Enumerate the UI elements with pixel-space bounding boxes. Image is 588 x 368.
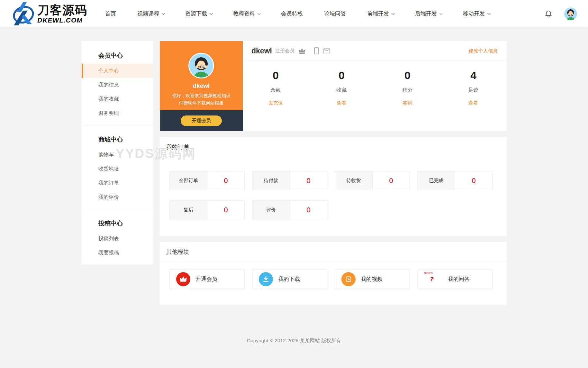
modules-grid: 开通会员 我的下载 bbox=[160, 262, 506, 305]
notification-bell-icon[interactable] bbox=[544, 10, 553, 18]
video-play-icon bbox=[341, 272, 356, 286]
site-logo[interactable]: 刀客源码 DKEWL.COM bbox=[11, 2, 87, 25]
modules-title: 其他模块 bbox=[160, 242, 506, 262]
nav-item-video-courses[interactable]: 视频课程 bbox=[127, 0, 175, 27]
chevron-down-icon bbox=[392, 12, 395, 15]
sidebar-section-member: 会员中心 个人中心 我的信息 我的收藏 财务明细 bbox=[82, 41, 153, 125]
recharge-link[interactable]: 去充值 bbox=[243, 100, 309, 106]
stat-points: 0 积分 签到 bbox=[375, 69, 440, 131]
order-item-all[interactable]: 全部订单 0 bbox=[169, 171, 245, 190]
stat-points-label: 积分 bbox=[375, 87, 440, 94]
stat-footprints-label: 足迹 bbox=[440, 87, 506, 94]
module-open-membership[interactable]: 开通会员 bbox=[169, 269, 245, 289]
order-item-review[interactable]: 评价 0 bbox=[252, 200, 327, 219]
stat-favorites-label: 收藏 bbox=[309, 87, 375, 94]
sidebar-item-my-reviews[interactable]: 我的评价 bbox=[82, 190, 153, 204]
phone-bind-icon[interactable] bbox=[314, 47, 319, 54]
nav-item-tutorials[interactable]: 教程资料 bbox=[222, 0, 270, 27]
sign-in-link[interactable]: 签到 bbox=[375, 100, 440, 106]
order-item-after-sale[interactable]: 售后 0 bbox=[169, 200, 245, 219]
profile-header: dkewl 注册会员 修改个人信息 bbox=[243, 41, 506, 61]
profile-username: dkewl bbox=[251, 47, 272, 55]
sidebar-item-cart[interactable]: 购物车 bbox=[82, 148, 153, 162]
chevron-down-icon bbox=[439, 12, 443, 15]
sidebar-item-personal-center[interactable]: 个人中心 bbox=[82, 64, 153, 78]
edit-profile-link[interactable]: 修改个人信息 bbox=[469, 48, 498, 54]
nav-item-backend-dev[interactable]: 后端开发 bbox=[404, 0, 452, 27]
sidebar-item-my-favorites[interactable]: 我的收藏 bbox=[82, 92, 153, 106]
module-my-videos[interactable]: 我的视频 bbox=[335, 269, 410, 289]
other-modules-panel: 其他模块 开通会员 我的下载 bbox=[160, 242, 506, 305]
module-my-qa[interactable]: 我的问答 ? 我的问答 bbox=[417, 269, 493, 289]
member-crown-icon bbox=[298, 48, 306, 54]
logo-icon bbox=[11, 2, 36, 25]
user-card-welcome: 你好，欢迎来到视频教程知识 付费软件下载网站模板 bbox=[165, 92, 238, 107]
stat-favorites-value: 0 bbox=[309, 69, 375, 82]
sidebar-item-my-info[interactable]: 我的信息 bbox=[82, 78, 153, 92]
stat-balance-label: 余额 bbox=[243, 87, 309, 94]
view-favorites-link[interactable]: 查看 bbox=[309, 100, 375, 106]
stat-favorites: 0 收藏 查看 bbox=[309, 69, 375, 131]
order-item-pending-payment[interactable]: 待付款 0 bbox=[252, 171, 327, 190]
nav-item-forum-qa[interactable]: 论坛问答 bbox=[313, 0, 357, 27]
nav-item-member-privileges[interactable]: 会员特权 bbox=[270, 0, 313, 27]
sidebar-heading-member-center: 会员中心 bbox=[82, 47, 153, 64]
broken-image-icon: 我的问答 ? bbox=[424, 271, 443, 287]
member-sidebar: 会员中心 个人中心 我的信息 我的收藏 财务明细 商城中心 购物车 收货地址 我… bbox=[82, 41, 153, 264]
stat-footprints: 4 足迹 查看 bbox=[440, 69, 506, 131]
profile-panel: dkewl 你好，欢迎来到视频教程知识 付费软件下载网站模板 开通会员 dkew… bbox=[160, 41, 506, 131]
crown-icon bbox=[176, 272, 190, 286]
user-card-name: dkewl bbox=[193, 82, 210, 89]
footer-copyright: Copyright © 2012-2025 某某网站 版权所有 bbox=[0, 305, 588, 344]
nav-item-resource-downloads[interactable]: 资源下载 bbox=[175, 0, 222, 27]
module-my-downloads[interactable]: 我的下载 bbox=[252, 269, 327, 289]
sidebar-item-finance-details[interactable]: 财务明细 bbox=[82, 106, 153, 120]
sidebar-section-submission: 投稿中心 投稿列表 我要投稿 bbox=[82, 209, 153, 264]
stat-balance: 0 余额 去充值 bbox=[243, 69, 309, 131]
view-footprints-link[interactable]: 查看 bbox=[440, 100, 506, 106]
user-avatar[interactable] bbox=[564, 7, 577, 20]
orders-title: 我的订单 bbox=[160, 137, 506, 157]
stat-footprints-value: 4 bbox=[440, 69, 506, 82]
profile-stats: 0 余额 去充值 0 收藏 查看 0 积分 签到 4 bbox=[243, 61, 506, 131]
chevron-down-icon bbox=[258, 12, 261, 15]
top-navbar: 刀客源码 DKEWL.COM 首页 视频课程 资源下载 教程资料 会员特权 论坛… bbox=[0, 0, 588, 27]
nav-item-mobile-dev[interactable]: 移动开发 bbox=[452, 0, 500, 27]
user-card-footer: 开通会员 bbox=[160, 110, 243, 131]
open-membership-button[interactable]: 开通会员 bbox=[181, 115, 222, 126]
my-orders-panel: 我的订单 全部订单 0 待付款 0 待收货 0 已完成 0 bbox=[160, 137, 506, 236]
main-nav: 首页 视频课程 资源下载 教程资料 会员特权 论坛问答 前端开发 后端开发 移动… bbox=[95, 0, 500, 27]
sidebar-section-mall: 商城中心 购物车 收货地址 我的订单 我的评价 bbox=[82, 125, 153, 209]
sidebar-item-shipping-address[interactable]: 收货地址 bbox=[82, 162, 153, 176]
stat-points-value: 0 bbox=[375, 69, 440, 82]
email-bind-icon[interactable] bbox=[323, 48, 330, 53]
chevron-down-icon bbox=[162, 12, 165, 15]
nav-item-home[interactable]: 首页 bbox=[95, 0, 127, 27]
sidebar-item-submission-list[interactable]: 投稿列表 bbox=[82, 232, 153, 246]
download-icon bbox=[259, 272, 273, 286]
order-item-completed[interactable]: 已完成 0 bbox=[417, 171, 493, 190]
order-item-pending-receipt[interactable]: 待收货 0 bbox=[335, 171, 410, 190]
orders-grid: 全部订单 0 待付款 0 待收货 0 已完成 0 售后 0 bbox=[160, 157, 506, 236]
user-card: dkewl 你好，欢迎来到视频教程知识 付费软件下载网站模板 开通会员 bbox=[160, 41, 243, 131]
nav-item-frontend-dev[interactable]: 前端开发 bbox=[357, 0, 404, 27]
stat-balance-value: 0 bbox=[243, 69, 309, 82]
sidebar-item-submit-post[interactable]: 我要投稿 bbox=[82, 246, 153, 260]
chevron-down-icon bbox=[210, 12, 213, 15]
sidebar-heading-submission-center: 投稿中心 bbox=[82, 215, 153, 232]
sidebar-item-my-orders[interactable]: 我的订单 bbox=[82, 176, 153, 190]
logo-title: 刀客源码 bbox=[37, 4, 87, 16]
logo-subtitle: DKEWL.COM bbox=[37, 17, 87, 23]
user-card-avatar bbox=[188, 53, 214, 78]
sidebar-heading-mall-center: 商城中心 bbox=[82, 131, 153, 148]
chevron-down-icon bbox=[487, 12, 491, 15]
member-role-label: 注册会员 bbox=[275, 48, 294, 54]
